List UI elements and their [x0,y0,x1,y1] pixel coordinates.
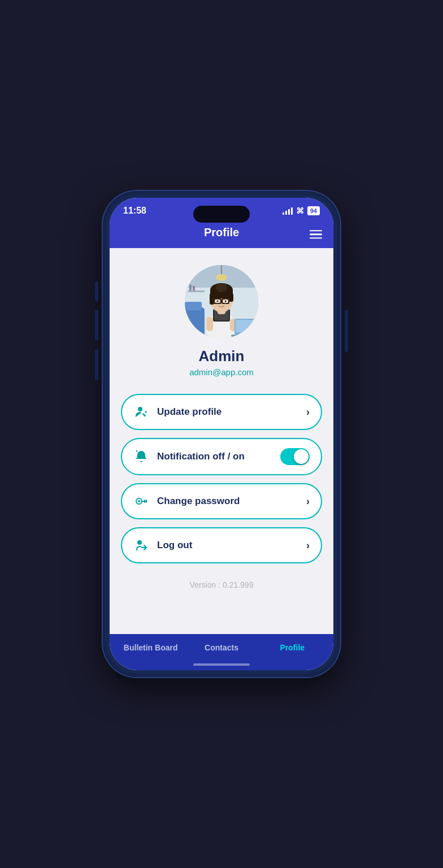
chevron-right-icon: › [306,406,310,418]
svg-rect-20 [210,293,214,305]
toggle-knob [294,449,309,464]
contacts-label: Contacts [205,643,238,652]
svg-rect-31 [236,320,257,332]
svg-line-34 [136,450,137,452]
battery-icon: 94 [307,206,320,215]
svg-rect-12 [206,317,213,331]
svg-rect-5 [188,290,205,292]
side-button [95,349,98,380]
side-button [95,281,98,301]
svg-rect-21 [229,293,233,302]
key-icon [133,493,149,509]
home-bar [193,663,250,666]
status-time: 11:58 [123,206,146,216]
hamburger-menu-icon[interactable] [310,230,322,239]
content-area: Admin admin@app.com Update profile › [110,248,333,634]
logout-icon [133,537,149,553]
bottom-nav: Bulletin Board Contacts Profile [110,634,333,663]
notification-toggle[interactable] [280,448,310,465]
svg-point-37 [137,540,142,545]
svg-rect-32 [231,335,258,337]
svg-rect-9 [185,302,202,310]
side-button [95,310,98,341]
logout-label: Log out [157,540,306,551]
home-indicator [110,663,333,670]
phone-screen: 11:58 ⌘ 94 Profile [110,198,333,670]
phone-frame: 11:58 ⌘ 94 Profile [103,191,340,677]
signal-icon [283,207,293,215]
person-edit-icon [133,404,149,420]
profile-nav-label: Profile [280,643,305,652]
svg-point-33 [138,407,142,411]
version-text: Version : 0.21.999 [190,580,254,589]
svg-point-29 [225,300,227,302]
bulletin-board-label: Bulletin Board [124,643,178,652]
chevron-right-icon: › [306,540,310,552]
change-password-label: Change password [157,496,306,507]
header-title: Profile [204,226,239,239]
svg-point-22 [216,283,227,292]
logout-item[interactable]: Log out › [121,527,322,563]
toggle-switch[interactable] [280,448,310,465]
user-name: Admin [199,348,245,365]
nav-bulletin-board[interactable]: Bulletin Board [115,643,186,652]
svg-point-28 [217,300,219,302]
nav-profile[interactable]: Profile [257,643,328,652]
avatar [185,265,258,338]
notification-item[interactable]: Notification off / on [121,438,322,475]
nav-contacts[interactable]: Contacts [186,643,257,652]
status-icons: ⌘ 94 [283,206,320,215]
chevron-right-icon: › [306,496,310,507]
change-password-item[interactable]: Change password › [121,483,322,519]
svg-rect-7 [193,286,195,290]
update-profile-label: Update profile [157,406,306,418]
svg-rect-8 [185,307,205,338]
svg-rect-6 [189,285,192,290]
app-header: Profile [110,220,333,248]
svg-point-3 [216,274,227,281]
notification-label: Notification off / on [157,451,280,462]
svg-point-36 [138,500,140,502]
wifi-icon: ⌘ [296,206,304,215]
side-button [345,310,348,352]
bell-icon [133,449,149,465]
dynamic-island [193,206,250,223]
update-profile-item[interactable]: Update profile › [121,394,322,430]
menu-list: Update profile › Notification off / on [121,394,322,563]
user-email: admin@app.com [189,367,254,377]
